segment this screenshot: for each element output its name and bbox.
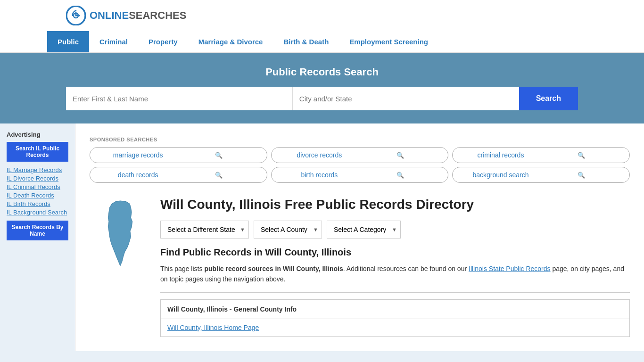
page-heading-area: Will County, Illinois Free Public Record…	[90, 197, 630, 337]
county-info-box: Will County, Illinois - General County I…	[160, 299, 630, 337]
nav-criminal[interactable]: Criminal	[89, 31, 138, 52]
sponsored-tag-criminal[interactable]: criminal records 🔍	[452, 147, 630, 163]
logo-brand-searches: SEARCHES	[129, 9, 186, 21]
sponsored-tag-label: criminal records	[460, 151, 541, 159]
illinois-state-link[interactable]: Illinois State Public Records	[469, 265, 551, 272]
nav-employment[interactable]: Employment Screening	[339, 31, 438, 52]
find-desc-part2: . Additional resources can be found on o…	[343, 265, 469, 272]
header: ONLINESEARCHES	[0, 0, 644, 31]
category-dropdown[interactable]: Select A Category	[327, 221, 401, 239]
name-input[interactable]	[66, 87, 293, 110]
sidebar-ad-label: Advertising	[7, 131, 68, 138]
search-banner: Public Records Search Search	[0, 53, 644, 123]
sponsored-section: SPONSORED SEARCHES marriage records 🔍 di…	[90, 131, 630, 192]
sponsored-tag-label: background search	[460, 171, 541, 179]
heading-text: Will County, Illinois Free Public Record…	[160, 197, 630, 337]
logo-icon	[66, 6, 86, 25]
state-dropdown-wrapper: Select a Different State	[160, 221, 249, 239]
county-dropdown-wrapper: Select A County	[254, 221, 322, 239]
sponsored-grid: marriage records 🔍 divorce records 🔍 cri…	[90, 147, 630, 183]
nav-public[interactable]: Public	[47, 31, 89, 52]
divider	[160, 292, 630, 293]
sidebar-link-birth[interactable]: IL Birth Records	[7, 200, 68, 207]
sponsored-tag-birth[interactable]: birth records 🔍	[271, 167, 449, 183]
sponsored-tag-label: death records	[98, 171, 178, 179]
dropdowns: Select a Different State Select A County…	[160, 221, 630, 239]
category-dropdown-wrapper: Select A Category	[327, 221, 401, 239]
illinois-map-svg	[90, 197, 151, 272]
find-records-desc: This page lists public record sources in…	[160, 263, 630, 285]
sponsored-tag-marriage[interactable]: marriage records 🔍	[90, 147, 267, 163]
nav-property[interactable]: Property	[138, 31, 188, 52]
content-wrapper: Advertising Search IL Public Records IL …	[0, 123, 644, 351]
nav-birth-death[interactable]: Birth & Death	[273, 31, 339, 52]
sidebar: Advertising Search IL Public Records IL …	[0, 123, 75, 351]
sidebar-link-background[interactable]: IL Background Search	[7, 209, 68, 216]
search-icon: 🔍	[178, 172, 259, 179]
find-records-title: Find Public Records in Will County, Illi…	[160, 247, 630, 258]
sponsored-tag-divorce[interactable]: divorce records 🔍	[271, 147, 449, 163]
logo-brand-online: ONLINE	[90, 9, 129, 21]
state-dropdown[interactable]: Select a Different State	[160, 221, 249, 239]
sidebar-link-criminal[interactable]: IL Criminal Records	[7, 183, 68, 190]
sidebar-search-il-btn[interactable]: Search IL Public Records	[7, 142, 68, 162]
search-button[interactable]: Search	[519, 87, 578, 110]
sidebar-link-marriage[interactable]: IL Marriage Records	[7, 166, 68, 173]
sponsored-label: SPONSORED SEARCHES	[90, 137, 630, 142]
main-nav: Public Criminal Property Marriage & Divo…	[0, 31, 644, 53]
search-banner-title: Public Records Search	[66, 66, 578, 78]
find-desc-bold: public record sources in Will County, Il…	[204, 265, 343, 272]
sponsored-tag-background[interactable]: background search 🔍	[452, 167, 630, 183]
location-input[interactable]	[293, 87, 519, 110]
logo-text: ONLINESEARCHES	[90, 9, 186, 22]
search-form: Search	[66, 87, 578, 110]
logo: ONLINESEARCHES	[66, 6, 186, 25]
search-icon: 🔍	[541, 152, 622, 159]
county-home-link[interactable]: Will County, Illinois Home Page	[161, 319, 629, 337]
main-content: SPONSORED SEARCHES marriage records 🔍 di…	[75, 123, 644, 351]
sponsored-tag-label: marriage records	[98, 151, 178, 159]
sidebar-search-by-name-btn[interactable]: Search Records By Name	[7, 221, 68, 240]
sidebar-link-divorce[interactable]: IL Divorce Records	[7, 175, 68, 182]
nav-marriage-divorce[interactable]: Marriage & Divorce	[188, 31, 273, 52]
county-dropdown[interactable]: Select A County	[254, 221, 322, 239]
sidebar-link-death[interactable]: IL Death Records	[7, 192, 68, 199]
page-title: Will County, Illinois Free Public Record…	[160, 197, 630, 212]
search-icon: 🔍	[360, 172, 440, 179]
sponsored-tag-label: birth records	[279, 171, 360, 179]
county-info-header: Will County, Illinois - General County I…	[161, 300, 629, 319]
find-desc-part1: This page lists	[160, 265, 204, 272]
search-icon: 🔍	[178, 152, 259, 159]
state-map	[90, 197, 151, 274]
sponsored-tag-death[interactable]: death records 🔍	[90, 167, 267, 183]
search-icon: 🔍	[541, 172, 622, 179]
sponsored-tag-label: divorce records	[279, 151, 360, 159]
search-icon: 🔍	[360, 152, 440, 159]
